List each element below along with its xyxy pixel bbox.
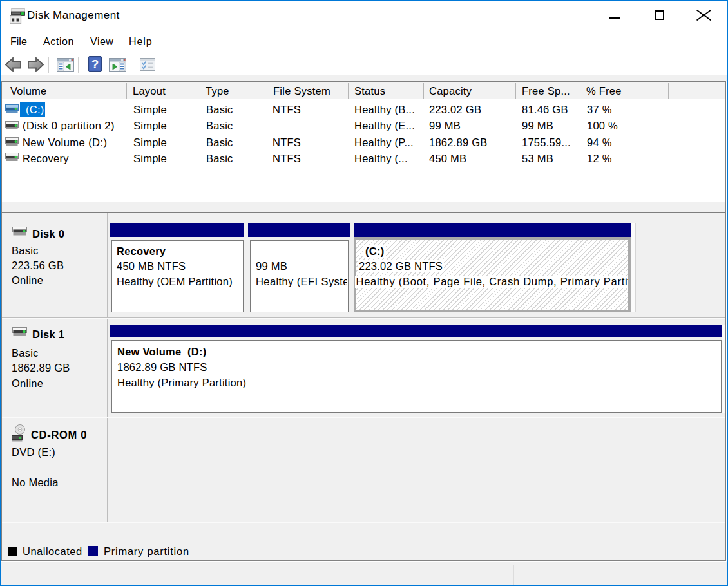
- svg-text:?: ?: [91, 57, 99, 71]
